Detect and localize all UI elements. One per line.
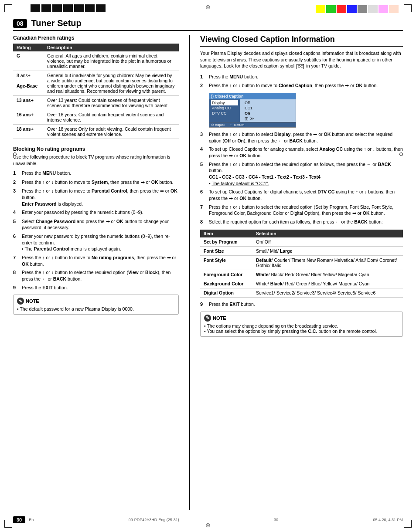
list-item: 3 Press the ↑ or ↓ button to select Disp… [200, 131, 403, 144]
desc-18: Over 18 years: Only for adult viewing. C… [44, 125, 179, 139]
list-item: 1 Press the MENU button. [13, 170, 179, 176]
step-text: Press the ↑ or ↓ button to move to Close… [209, 82, 378, 89]
cc-menu-body: Display Analog CC DTV CC Off CC1 On ◫ ≫ [209, 99, 296, 122]
description-col-header: Description [44, 44, 179, 51]
viewing-title: Viewing Closed Caption Information [200, 35, 403, 47]
step-num: 3 [200, 131, 206, 144]
table-row: 18 ans+ Over 18 years: Only for adult vi… [13, 125, 179, 139]
list-item: 7 Press the ↑ or ↓ button to move to No … [13, 254, 179, 267]
center-align-top: ⊕ [205, 3, 211, 10]
item-foreground-color: Foreground Color [200, 270, 252, 279]
rating-18: 18 ans+ [13, 125, 44, 139]
step-num: 1 [200, 74, 206, 80]
step-text: To set up Closed Captions for analog cha… [209, 146, 403, 159]
rating-age-base: 8 ans+Age-Base [13, 71, 44, 96]
color-sq-peach [389, 5, 399, 13]
table-row: G General: All ages and children, contai… [13, 51, 179, 71]
blocking-section: Blocking No rating programs Use the foll… [13, 146, 179, 315]
step-num: 2 [13, 179, 19, 186]
list-item: 3 Press the ↑ or ↓ button to move to Par… [13, 188, 179, 207]
step-num: 7 [13, 254, 19, 267]
corner-mark-tr [404, 4, 412, 12]
ratings-col-header: Rating [13, 44, 44, 51]
note-icon: ✎ [204, 315, 211, 322]
note-header: ✎ NOTE [204, 315, 399, 322]
cc-menu-footer: ⊙ Adjust ← Return [209, 122, 296, 127]
step-num: 3 [13, 188, 19, 207]
step-text: Press the EXIT button. [22, 285, 68, 291]
canadian-french-ratings-title: Canadian French ratings [13, 35, 179, 41]
cc-right-on: On [242, 111, 294, 116]
item-font-size: Font Size [200, 247, 252, 256]
note-icon: ✎ [17, 298, 24, 305]
step-text: Press the ↑ or ↓ button to select Displa… [209, 131, 403, 144]
page-footer: 30 En 09-PDP42A3HD-Eng (25-31) 30 05.4.2… [13, 516, 403, 523]
table-row: 13 ans+ Over 13 years: Could contain sce… [13, 96, 179, 110]
blocking-intro: Use the following procedure to block TV … [13, 154, 179, 166]
color-sq-green [326, 5, 336, 13]
step-num: 5 [200, 161, 206, 187]
page-number-box: 30 [13, 516, 25, 523]
list-item: 8 Select the required option for each it… [200, 219, 403, 225]
sel-font-style: Default/ Courier/ Timers New Roman/ Helv… [252, 256, 403, 270]
step-num: 2 [200, 82, 206, 89]
step-text: Press the MENU button. [209, 74, 258, 80]
cc-menu-item-dtv: DTV CC [211, 111, 238, 116]
desc-16: Over 16 years: Could contain frequent vi… [44, 110, 179, 125]
viewing-note-box: ✎ NOTE • The options may change dependin… [200, 312, 403, 337]
list-item: 6 Enter your new password by pressing th… [13, 233, 179, 252]
footer-date: 05.4.20, 4:31 PM [373, 518, 403, 522]
step-text: Enter your password by pressing the nume… [22, 209, 143, 216]
step-text: Press the ↑ or ↓ button to select the re… [209, 161, 403, 187]
step-text: Press the ↑ or ↓ button to select the re… [22, 269, 179, 282]
rating-13: 13 ans+ [13, 96, 44, 110]
color-sq-lightgray [368, 5, 378, 13]
step-text: Select the required option for each item… [209, 219, 383, 225]
color-sq-blue [347, 5, 357, 13]
list-item: 1 Press the MENU button. [200, 74, 403, 80]
selection-table: Item Selection Set by Program On/ Off Fo… [200, 230, 403, 298]
canadian-french-ratings-section: Canadian French ratings Rating Descripti… [13, 35, 179, 139]
selection-selection-header: Selection [252, 230, 403, 237]
cc-menu-bar: )) Closed Caption [209, 93, 296, 99]
desc-age-base: General but inadvisable for young childr… [44, 71, 179, 96]
rating-16: 16 ans+ [13, 110, 44, 125]
ratings-table: Rating Description G General: All ages a… [13, 44, 179, 139]
step-num: 7 [200, 204, 206, 217]
list-item: 5 Select Change Password and press the ➡… [13, 218, 179, 231]
step-text: Select Change Password and press the ➡ o… [22, 218, 179, 231]
blocking-title: Blocking No rating programs [13, 146, 179, 152]
header-number: 08 [13, 19, 27, 28]
cc-right-cc1: CC1 [242, 105, 294, 111]
note-label: NOTE [26, 298, 39, 304]
step-text: Press the ↑ or ↓ button to select the re… [209, 204, 403, 217]
cc-menu-item-analog: Analog CC [211, 105, 238, 111]
cc-right-off: Off [242, 100, 294, 105]
list-item: 5 Press the ↑ or ↓ button to select the … [200, 161, 403, 187]
color-sq-red [337, 5, 346, 13]
list-item: 7 Press the ↑ or ↓ button to select the … [200, 204, 403, 217]
viewing-step9: 9 Press the EXIT button. [200, 301, 403, 308]
step-num: 9 [13, 285, 19, 291]
list-item: 4 To set up Closed Captions for analog c… [200, 146, 403, 159]
right-column: Viewing Closed Caption Information Your … [200, 35, 403, 510]
step-text: Press the ↑ or ↓ button to move to Paren… [22, 188, 179, 207]
cc-menu-left: Display Analog CC DTV CC [209, 99, 240, 122]
left-column: Canadian French ratings Rating Descripti… [13, 35, 179, 510]
viewing-steps-list: 1 Press the MENU button. 2 Press the ↑ o… [200, 74, 403, 89]
table-row: Digital Option Service1/ Service2/ Servi… [200, 288, 403, 298]
step-text: Press the MENU button. [22, 170, 71, 176]
corner-mark-tl [4, 4, 12, 12]
note-item-2: • You can select the options by simply p… [204, 329, 399, 334]
list-item: 2 Press the ↑ or ↓ button to move to Sys… [13, 179, 179, 186]
footer-lang: En [29, 518, 34, 522]
step-text: Press the EXIT button. [209, 301, 255, 308]
list-item: 9 Press the EXIT button. [13, 285, 179, 291]
note-item-1: • The options may change depending on th… [204, 323, 399, 329]
table-row: Font Style Default/ Courier/ Timers New … [200, 256, 403, 270]
table-row: Foreground Color White/ Black/ Red/ Gree… [200, 270, 403, 279]
cc-screenshot-container: )) Closed Caption Display Analog CC DTV … [209, 93, 403, 128]
step-text: Press the ↑ or ↓ button to move to No ra… [22, 254, 179, 267]
viewing-intro: Your Plasma Display decodes and displays… [200, 50, 403, 69]
step-num: 1 [13, 170, 19, 176]
